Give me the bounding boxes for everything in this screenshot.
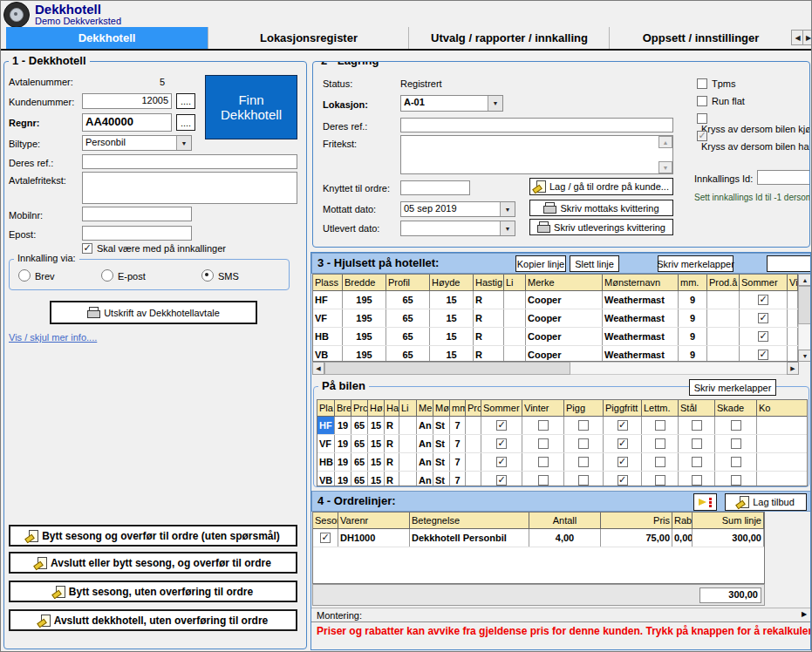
cell-checkbox[interactable]	[731, 438, 741, 449]
cell[interactable]	[788, 346, 798, 362]
cell[interactable]: 4,00	[529, 529, 601, 547]
cell[interactable]: R	[385, 472, 399, 486]
cell[interactable]: VB	[313, 346, 343, 362]
tpms-checkbox[interactable]: Tpms	[697, 78, 736, 89]
cell[interactable]: 15	[430, 328, 474, 345]
cell[interactable]: 75,00	[601, 529, 672, 547]
regnr-browse-button[interactable]: ....	[176, 114, 195, 131]
cell-checkbox[interactable]	[692, 420, 702, 431]
utlevert-dato-dropdown[interactable]: ▼	[400, 221, 515, 236]
table-row[interactable]: VB196515RAnSt7	[317, 472, 807, 486]
montering-expand-icon[interactable]: ▶	[802, 610, 807, 618]
cell-checkbox[interactable]	[496, 420, 507, 431]
cell[interactable]: HB	[313, 328, 343, 345]
cell[interactable]	[466, 453, 481, 471]
cell[interactable]: HB	[317, 453, 335, 471]
cell[interactable]	[715, 472, 757, 486]
cell[interactable]	[481, 435, 522, 452]
cell[interactable]	[788, 309, 798, 327]
skriv-merkelapper-button[interactable]: Skriv merkelapper	[658, 255, 734, 272]
deres-ref2-input[interactable]	[400, 118, 673, 132]
cell-checkbox[interactable]	[731, 420, 741, 431]
cell[interactable]	[399, 472, 417, 486]
cell-checkbox[interactable]	[655, 475, 665, 486]
radio-sms[interactable]: SMS	[201, 269, 239, 282]
cell[interactable]	[522, 453, 564, 471]
scroll-up-icon[interactable]: ▲	[658, 136, 672, 148]
cell[interactable]	[788, 328, 798, 345]
cell[interactable]	[757, 417, 807, 434]
cell[interactable]	[679, 453, 715, 471]
kryss-ha-checkbox[interactable]: Kryss av dersom bilen ha	[697, 131, 809, 152]
cell-checkbox[interactable]	[655, 457, 665, 467]
fritekst-textarea[interactable]	[400, 135, 673, 174]
biltype-dropdown[interactable]: Personbil ▼	[82, 135, 192, 151]
cell[interactable]: R	[474, 309, 504, 327]
cell[interactable]: 65	[386, 346, 430, 362]
cell-checkbox[interactable]	[578, 475, 589, 486]
cell[interactable]	[399, 417, 417, 434]
radio-icon[interactable]	[101, 269, 113, 282]
more-info-link[interactable]: Vis / skjul mer info....	[9, 332, 97, 343]
scroll-left-icon[interactable]: ◀	[312, 362, 324, 375]
cell[interactable]: Weathermast	[603, 291, 679, 309]
chevron-down-icon[interactable]: ▼	[500, 221, 515, 235]
scroll-down-icon[interactable]: ▼	[798, 350, 811, 362]
cell[interactable]	[740, 328, 788, 345]
cell[interactable]	[788, 291, 798, 309]
finn-dekkhotell-button[interactable]: Finn Dekkhotell	[205, 75, 297, 139]
cell[interactable]	[504, 309, 526, 327]
cell-checkbox[interactable]	[692, 438, 702, 449]
cell[interactable]: St	[433, 417, 450, 434]
cell[interactable]: 7	[450, 453, 466, 471]
cell[interactable]: Cooper	[526, 291, 603, 309]
scroll-up-icon[interactable]: ▲	[798, 274, 811, 286]
med-innkalling-checkbox[interactable]: Skal være med på innkallinger	[82, 243, 226, 254]
cell-checkbox[interactable]	[538, 457, 549, 467]
cell[interactable]	[642, 417, 679, 434]
cell[interactable]: VF	[313, 309, 343, 327]
radio-brev[interactable]: Brev	[18, 269, 55, 282]
cell[interactable]: 0,00	[672, 529, 693, 547]
cell[interactable]	[564, 453, 604, 471]
regnr-input[interactable]: AA40000	[82, 113, 172, 132]
cell[interactable]: 19	[335, 417, 351, 434]
cell-checkbox[interactable]	[496, 457, 507, 467]
cell[interactable]: 65	[386, 309, 430, 327]
checkbox-icon[interactable]	[697, 113, 707, 124]
cell[interactable]: 9	[679, 328, 707, 345]
cell-checkbox[interactable]	[731, 475, 741, 486]
cell[interactable]	[399, 453, 417, 471]
avslutt-dekkhotell-button[interactable]: Avslutt dekkhotell, uten overføring til …	[9, 609, 297, 631]
cell-checkbox[interactable]	[496, 475, 507, 486]
lag-tilbud-button[interactable]: Lag tilbud	[725, 493, 807, 511]
cell[interactable]: R	[385, 453, 399, 471]
cell[interactable]	[522, 472, 564, 486]
tab-oppsett[interactable]: Oppsett / innstillinger	[609, 27, 792, 49]
cell[interactable]: HF	[313, 291, 343, 309]
skriv-utleverings-button[interactable]: Skriv utleverings kvittering	[529, 219, 673, 235]
cell[interactable]: R	[385, 417, 399, 434]
avtalefritekst-textarea[interactable]	[82, 172, 297, 204]
cell[interactable]: 195	[343, 291, 386, 309]
cell[interactable]: 65	[351, 435, 368, 452]
kundenummer-browse-button[interactable]: ....	[176, 93, 195, 109]
epost-input[interactable]	[82, 226, 192, 241]
cell[interactable]	[604, 453, 642, 471]
cell-checkbox[interactable]	[538, 420, 549, 431]
cell[interactable]: 195	[343, 328, 386, 345]
cell[interactable]: St	[433, 472, 450, 486]
cell-checkbox[interactable]	[578, 438, 589, 449]
cell-checkbox[interactable]	[618, 438, 628, 449]
cell[interactable]: 19	[335, 453, 351, 471]
cell[interactable]: 300,00	[693, 529, 764, 547]
cell[interactable]: VF	[317, 435, 335, 452]
cell[interactable]: Dekkhotell Personbil	[410, 529, 529, 547]
cell[interactable]: 65	[351, 417, 368, 434]
lag-ordre-button[interactable]: Lag / gå til ordre på kunde...	[529, 178, 673, 195]
cell[interactable]	[679, 472, 715, 486]
cell[interactable]	[715, 417, 757, 434]
cell[interactable]: 7	[450, 435, 466, 452]
mottatt-dato-dropdown[interactable]: 05 sep 2019 ▼	[400, 201, 515, 217]
cell[interactable]	[564, 435, 604, 452]
